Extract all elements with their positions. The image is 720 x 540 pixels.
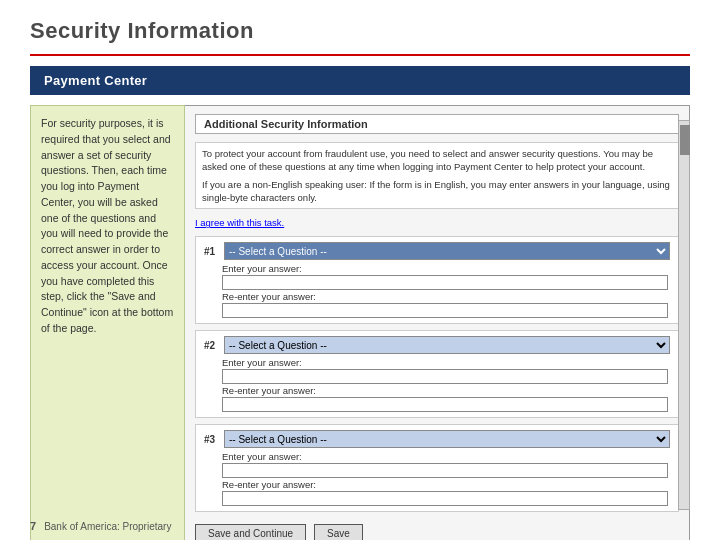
question-select-1[interactable]: -- Select a Question -- <box>224 242 670 260</box>
footer-text: Bank of America: Proprietary <box>44 521 171 532</box>
sidebar: For security purposes, it is required th… <box>30 105 185 540</box>
answer-input-1[interactable] <box>222 275 668 290</box>
save-continue-button[interactable]: Save and Continue <box>195 524 306 540</box>
confirm-input-1[interactable] <box>222 303 668 318</box>
scrollbar-thumb[interactable] <box>680 125 690 155</box>
main-content: For security purposes, it is required th… <box>30 105 690 540</box>
question-select-2[interactable]: -- Select a Question -- <box>224 336 670 354</box>
question-row-2: #2 -- Select a Question -- <box>204 336 670 354</box>
question-number-1: #1 <box>204 246 218 257</box>
confirm-label-3: Re-enter your answer: <box>222 479 670 490</box>
confirm-label-1: Re-enter your answer: <box>222 291 670 302</box>
answer-label-3: Enter your answer: <box>222 451 670 462</box>
page-header: Security Information <box>0 0 720 50</box>
page-title: Security Information <box>30 18 690 44</box>
header-divider <box>30 54 690 56</box>
question-row-1: #1 -- Select a Question -- <box>204 242 670 260</box>
footer-page-number: 7 <box>30 520 36 532</box>
question-number-3: #3 <box>204 434 218 445</box>
page-wrapper: Security Information Payment Center For … <box>0 0 720 540</box>
banner-label: Payment Center <box>44 73 147 88</box>
button-row: Save and Continue Save <box>195 520 679 540</box>
confirm-input-3[interactable] <box>222 491 668 506</box>
payment-banner: Payment Center <box>30 66 690 95</box>
form-area: Additional Security Information To prote… <box>185 105 690 540</box>
answer-input-2[interactable] <box>222 369 668 384</box>
agree-link[interactable]: I agree with this task. <box>195 217 679 228</box>
confirm-label-2: Re-enter your answer: <box>222 385 670 396</box>
info-text-block: To protect your account from fraudulent … <box>195 142 679 209</box>
question-block-3: #3 -- Select a Question -- Enter your an… <box>195 424 679 512</box>
sidebar-text: For security purposes, it is required th… <box>41 116 174 337</box>
answer-input-3[interactable] <box>222 463 668 478</box>
question-number-2: #2 <box>204 340 218 351</box>
save-button[interactable]: Save <box>314 524 363 540</box>
confirm-input-2[interactable] <box>222 397 668 412</box>
answer-label-2: Enter your answer: <box>222 357 670 368</box>
question-block-1: #1 -- Select a Question -- Enter your an… <box>195 236 679 324</box>
question-select-3[interactable]: -- Select a Question -- <box>224 430 670 448</box>
page-footer: 7 Bank of America: Proprietary <box>30 520 171 532</box>
question-row-3: #3 -- Select a Question -- <box>204 430 670 448</box>
form-area-inner: Additional Security Information To prote… <box>185 106 689 540</box>
info-para-2: If you are a non-English speaking user: … <box>202 178 672 205</box>
scrollbar-area[interactable] <box>678 120 690 510</box>
section-header: Additional Security Information <box>195 114 679 134</box>
question-block-2: #2 -- Select a Question -- Enter your an… <box>195 330 679 418</box>
answer-label-1: Enter your answer: <box>222 263 670 274</box>
info-para-1: To protect your account from fraudulent … <box>202 147 672 174</box>
